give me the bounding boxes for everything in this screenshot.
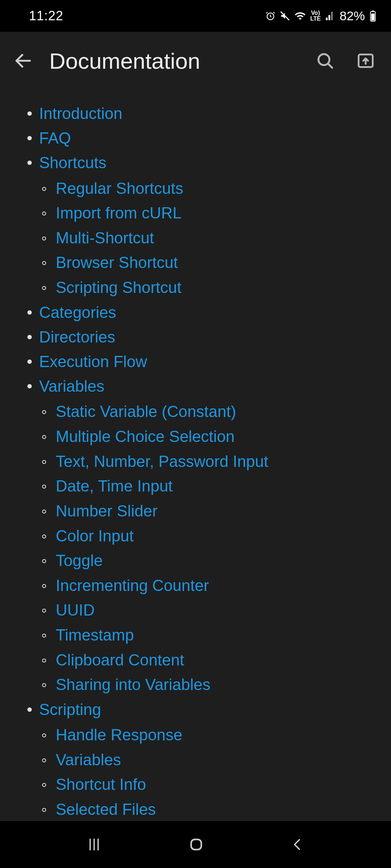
toc-item: Categories	[11, 300, 380, 325]
toc-sublink[interactable]: UUID	[56, 601, 95, 619]
toc-subitem: Text, Number, Password Input	[39, 449, 380, 474]
toc-sublink[interactable]: Import from cURL	[56, 204, 181, 222]
toc-item: Introduction	[11, 101, 380, 126]
status-time: 11:22	[29, 8, 63, 24]
svg-rect-3	[372, 10, 374, 12]
signal-icon	[325, 11, 335, 21]
svg-line-7	[328, 64, 332, 68]
app-bar: Documentation	[0, 32, 391, 90]
toc-sublist: Static Variable (Constant)Multiple Choic…	[39, 399, 380, 697]
toc-sublink[interactable]: Number Slider	[56, 502, 157, 520]
toc-sublink[interactable]: Selected Files	[56, 800, 156, 818]
toc-sublink[interactable]: Date, Time Input	[56, 477, 173, 495]
toc-subitem: Import from cURL	[39, 201, 380, 226]
alarm-icon	[265, 11, 276, 21]
toc-subitem: Shortcut Info	[39, 772, 380, 797]
toc-subitem: Sharing into Variables	[39, 672, 380, 697]
battery-icon	[369, 10, 377, 22]
toc-subitem: Toggle	[39, 548, 380, 573]
toc-sublink[interactable]: Multiple Choice Selection	[56, 427, 235, 445]
toc-subitem: Selected Files	[39, 797, 380, 822]
toc-sublist: Regular ShortcutsImport from cURLMulti-S…	[39, 176, 380, 300]
toc-item: VariablesStatic Variable (Constant)Multi…	[11, 374, 380, 697]
toc-item: ShortcutsRegular ShortcutsImport from cU…	[11, 150, 380, 300]
battery-percentage: 82%	[340, 9, 365, 23]
status-bar: 11:22 Vo)LTE 82%	[0, 0, 391, 32]
volte-icon: Vo)LTE	[310, 10, 321, 22]
toc-sublink[interactable]: Browser Shortcut	[56, 254, 178, 271]
svg-rect-4	[371, 13, 374, 20]
toc-sublink[interactable]: Clipboard Content	[56, 651, 184, 669]
toc-sublink[interactable]: Toggle	[56, 552, 103, 569]
toc-subitem: Variables	[39, 748, 380, 773]
home-button[interactable]	[188, 836, 205, 853]
toc-subitem: Multiple Choice Selection	[39, 424, 380, 449]
toc-subitem: Browser Shortcut	[39, 250, 380, 275]
status-indicators: Vo)LTE 82%	[265, 9, 377, 23]
open-in-browser-icon[interactable]	[356, 51, 375, 70]
toc-subitem: Incrementing Counter	[39, 573, 380, 598]
toc-subitem: Multi-Shortcut	[39, 226, 380, 251]
toc-link[interactable]: Execution Flow	[39, 353, 147, 370]
system-nav-bar	[0, 821, 391, 868]
toc-subitem: Regular Shortcuts	[39, 176, 380, 201]
wifi-icon	[294, 10, 306, 22]
toc-item: FAQ	[11, 126, 380, 150]
recents-button[interactable]	[86, 837, 102, 852]
toc-link[interactable]: Categories	[39, 303, 116, 321]
toc-subitem: Static Variable (Constant)	[39, 399, 380, 424]
toc-link[interactable]: Directories	[39, 328, 115, 346]
toc-sublink[interactable]: Timestamp	[56, 626, 134, 644]
toc-item: Execution Flow	[11, 349, 380, 374]
toc-list: IntroductionFAQShortcutsRegular Shortcut…	[11, 101, 380, 868]
page-title: Documentation	[49, 48, 300, 74]
toc-sublink[interactable]: Color Input	[56, 527, 134, 545]
toc-sublink[interactable]: Text, Number, Password Input	[56, 452, 268, 470]
toc-sublink[interactable]: Regular Shortcuts	[56, 179, 183, 197]
search-icon[interactable]	[316, 51, 335, 70]
toc-subitem: Date, Time Input	[39, 474, 380, 499]
toc-sublink[interactable]: Incrementing Counter	[56, 576, 209, 594]
toc-subitem: Scripting Shortcut	[39, 275, 380, 300]
svg-rect-12	[191, 839, 201, 850]
toc-container: IntroductionFAQShortcutsRegular Shortcut…	[0, 90, 391, 868]
toc-subitem: Number Slider	[39, 499, 380, 524]
toc-subitem: Color Input	[39, 524, 380, 549]
toc-link[interactable]: Variables	[39, 377, 104, 395]
toc-subitem: Clipboard Content	[39, 648, 380, 673]
toc-sublink[interactable]: Scripting Shortcut	[56, 278, 181, 296]
toc-subitem: Handle Response	[39, 723, 380, 748]
toc-item: Directories	[11, 325, 380, 349]
toc-link[interactable]: Shortcuts	[39, 154, 106, 171]
toc-subitem: Timestamp	[39, 623, 380, 648]
toc-sublink[interactable]: Variables	[56, 751, 121, 769]
toc-sublink[interactable]: Handle Response	[56, 726, 182, 744]
back-arrow-icon[interactable]	[13, 51, 33, 71]
toc-link[interactable]: Scripting	[39, 701, 101, 718]
toc-link[interactable]: Introduction	[39, 105, 122, 122]
toc-subitem: UUID	[39, 598, 380, 623]
toc-sublink[interactable]: Sharing into Variables	[56, 676, 210, 693]
toc-sublink[interactable]: Multi-Shortcut	[56, 229, 154, 247]
back-button[interactable]	[290, 837, 305, 852]
mute-icon	[280, 11, 290, 21]
toc-link[interactable]: FAQ	[39, 129, 71, 147]
toc-sublink[interactable]: Shortcut Info	[56, 775, 146, 793]
toc-sublink[interactable]: Static Variable (Constant)	[56, 403, 236, 420]
